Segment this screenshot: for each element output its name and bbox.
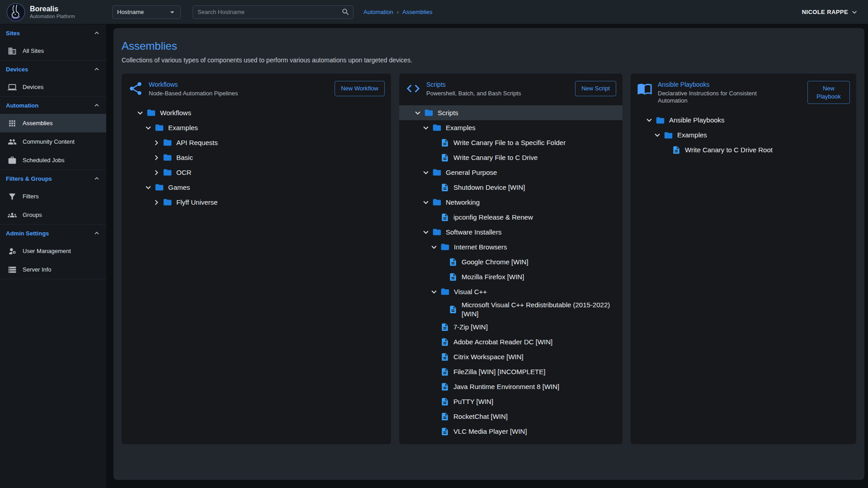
card-subtitle: Node-Based Automation Pipelines (149, 90, 238, 97)
chevron-right-icon[interactable] (151, 138, 161, 148)
sidebar-item-filters[interactable]: Filters (0, 187, 106, 206)
tree-file-adobe-acrobat-reader-dc-win[interactable]: Adobe Acrobat Reader DC [WIN] (399, 334, 623, 349)
tree-file-citrix-workspace-win[interactable]: Citrix Workspace [WIN] (399, 349, 623, 364)
tree-file-7-zip-win[interactable]: 7-Zip [WIN] (399, 319, 623, 334)
tree-folder-games[interactable]: Games (122, 180, 391, 195)
tree-file-write-canary-file-to-a-specific-folder[interactable]: Write Canary File to a Specific Folder (399, 135, 623, 150)
chevron-down-icon[interactable] (135, 108, 145, 118)
chevron-down-icon[interactable] (143, 123, 153, 133)
tree-item-label: Workflows (160, 107, 191, 119)
chevron-down-icon[interactable] (421, 197, 431, 207)
chevron-down-icon[interactable] (429, 242, 439, 252)
tree-folder-examples[interactable]: Examples (399, 120, 623, 135)
tree-folder-flyff-universe[interactable]: Flyff Universe (122, 195, 391, 210)
tree-file-putty-win[interactable]: PuTTY [WIN] (399, 394, 623, 409)
sidebar-section-header-admin-settings[interactable]: Admin Settings (0, 225, 106, 242)
tree-folder-software-installers[interactable]: Software Installers (399, 225, 623, 239)
chevron-right-icon[interactable] (151, 153, 161, 163)
folder-icon (432, 168, 442, 177)
chevron-down-icon[interactable] (644, 115, 654, 125)
card-titles: WorkflowsNode-Based Automation Pipelines (149, 81, 238, 97)
chevron-up-icon[interactable] (93, 229, 101, 237)
sidebar-item-user-management[interactable]: User Management (0, 242, 106, 260)
tree-file-vlc-media-player-win[interactable]: VLC Media Player [WIN] (399, 424, 623, 439)
tree-file-mozilla-firefox-win[interactable]: Mozilla Firefox [WIN] (399, 269, 623, 284)
sidebar-item-groups[interactable]: Groups (0, 206, 106, 224)
tree-file-shutdown-device-win[interactable]: Shutdown Device [WIN] (399, 180, 623, 195)
tree-folder-examples[interactable]: Examples (631, 128, 856, 143)
brand-text: Borealis Automation Platform (30, 5, 75, 19)
tree-item-label: FileZilla [WIN] [INCOMPLETE] (453, 366, 545, 378)
tree-file-filezilla-win-incomplete[interactable]: FileZilla [WIN] [INCOMPLETE] (399, 364, 623, 379)
chevron-down-icon[interactable] (652, 130, 662, 140)
sidebar-section-header-devices[interactable]: Devices (0, 61, 106, 78)
folder-icon (155, 123, 164, 132)
tree-file-ipconfig-release-renew[interactable]: ipconfig Release & Renew (399, 210, 623, 225)
tree-folder-api-requests[interactable]: API Requests (122, 135, 391, 150)
chevron-up-icon[interactable] (93, 29, 101, 37)
sidebar-item-community-content[interactable]: Community Content (0, 132, 106, 151)
chevron-down-icon[interactable] (421, 227, 431, 237)
tree-folder-scripts[interactable]: Scripts (399, 105, 623, 120)
sidebar-nav: SitesAll SitesDevicesDevicesAutomationAs… (0, 24, 106, 488)
sidebar-section-header-sites[interactable]: Sites (0, 24, 106, 42)
chevron-down-icon[interactable] (421, 168, 431, 178)
folder-icon (163, 138, 172, 147)
sidebar-item-assemblies[interactable]: Assemblies (0, 114, 106, 132)
breadcrumb-item-assemblies[interactable]: Assemblies (402, 9, 432, 15)
tree-file-rocketchat-win[interactable]: RocketChat [WIN] (399, 409, 623, 424)
chevron-down-icon[interactable] (143, 183, 153, 192)
file-icon (440, 213, 449, 222)
chevron-up-icon[interactable] (93, 101, 101, 109)
tree-file-microsoft-visual-c-redistributable-2015-2022-win[interactable]: Microsoft Visual C++ Redistributable (20… (399, 299, 623, 319)
sidebar-item-label: Server Info (23, 266, 52, 273)
chevron-right-icon[interactable] (151, 197, 161, 207)
building-icon (8, 47, 17, 56)
tree-folder-ansible-playbooks[interactable]: Ansible Playbooks (631, 113, 856, 128)
tree-folder-visual-c[interactable]: Visual C++ (399, 284, 623, 299)
tree-file-java-runtime-environment-8-win[interactable]: Java Runtime Environment 8 [WIN] (399, 379, 623, 394)
sidebar-item-scheduled-jobs[interactable]: Scheduled Jobs (0, 151, 106, 169)
breadcrumb-item-automation[interactable]: Automation (363, 9, 393, 15)
user-menu[interactable]: NICOLE RAPPE (802, 8, 859, 17)
sidebar-item-devices[interactable]: Devices (0, 78, 106, 96)
tree-folder-workflows[interactable]: Workflows (122, 105, 391, 120)
tree-file-write-canary-to-c-drive-root[interactable]: Write Canary to C Drive Root (631, 143, 856, 158)
card-subtitle: Declarative Instructions for Consistent … (658, 90, 762, 105)
search-input[interactable] (193, 5, 354, 19)
sidebar-item-label: All Sites (23, 47, 44, 54)
chevron-down-icon[interactable] (413, 108, 423, 118)
code-icon (406, 81, 421, 96)
tree-folder-basic[interactable]: Basic (122, 150, 391, 165)
card-header-workflows: WorkflowsNode-Based Automation Pipelines… (122, 81, 391, 97)
hostname-select[interactable]: Hostname (112, 5, 181, 19)
new-playbook-button[interactable]: New Playbook (807, 81, 850, 104)
tree-item-label: Write Canary to C Drive Root (685, 144, 773, 156)
tree-folder-general-purpose[interactable]: General Purpose (399, 165, 623, 180)
chevron-down-icon[interactable] (429, 287, 439, 297)
tree-file-google-chrome-win[interactable]: Google Chrome [WIN] (399, 254, 623, 269)
chevron-right-icon[interactable] (151, 168, 161, 178)
tree-scripts: ScriptsExamplesWrite Canary File to a Sp… (399, 105, 623, 439)
chevron-up-icon[interactable] (93, 65, 101, 73)
tree-file-write-canary-file-to-c-drive[interactable]: Write Canary File to C Drive (399, 150, 623, 165)
folder-icon (440, 287, 450, 296)
sidebar-section-header-filters-groups[interactable]: Filters & Groups (0, 170, 106, 187)
tree-item-label: Games (168, 182, 190, 193)
sidebar-item-server-info[interactable]: Server Info (0, 260, 106, 279)
chevron-down-icon[interactable] (421, 123, 431, 133)
tree-folder-networking[interactable]: Networking (399, 195, 623, 210)
search-box (193, 5, 354, 19)
sidebar-item-all-sites[interactable]: All Sites (0, 42, 106, 60)
tree-folder-internet-browsers[interactable]: Internet Browsers (399, 239, 623, 254)
new-workflow-button[interactable]: New Workflow (335, 81, 385, 96)
brand-name: Borealis (30, 5, 75, 13)
card-subtitle: Powershell, Batch, and Bash Scripts (426, 90, 521, 97)
sidebar-section-header-automation[interactable]: Automation (0, 97, 106, 114)
tree-folder-ocr[interactable]: OCR (122, 165, 391, 180)
tree-item-label: API Requests (176, 137, 218, 149)
chevron-up-icon[interactable] (93, 174, 101, 183)
tree-folder-examples[interactable]: Examples (122, 120, 391, 135)
folder-icon (432, 197, 442, 207)
new-script-button[interactable]: New Script (575, 81, 616, 96)
